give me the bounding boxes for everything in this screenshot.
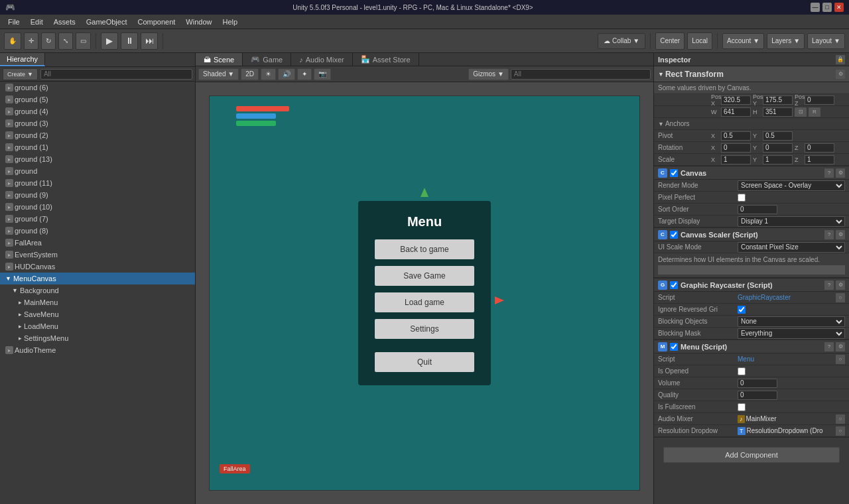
fx-button[interactable]: ✦ [297,68,312,80]
menu-gameobject[interactable]: GameObject [81,17,133,27]
rotation-z-input[interactable] [805,143,834,153]
scale-x-input[interactable] [721,155,751,164]
list-item[interactable]: ▸SaveMenu [0,308,195,320]
ignore-reversed-checkbox[interactable] [738,306,746,314]
center-toggle-button[interactable]: Center [655,32,685,50]
list-item[interactable]: ▼Background [0,284,195,296]
menu-script-target-button[interactable]: ○ [836,355,845,364]
collab-button[interactable]: ☁ Collab ▼ [598,33,645,49]
scene-view[interactable]: Menu Back to game Save Game Load game Se… [196,82,653,504]
anchors-toggle[interactable]: ▼ Anchors [658,120,711,127]
scene-cam-button[interactable]: 📷 [314,68,331,80]
step-button[interactable]: ⏭ [141,32,158,50]
menu-script-header[interactable]: M Menu (Script) ? ⚙ [654,340,849,353]
pos-y-input[interactable] [763,95,793,105]
canvas-scaler-menu-button[interactable]: ⚙ [836,230,845,239]
canvas-help-button[interactable]: ? [824,168,834,178]
rotation-y-input[interactable] [763,143,793,153]
script-target-button[interactable]: ○ [836,293,845,302]
save-game-button[interactable]: Save Game [375,266,474,286]
resolution-dropdown-target-button[interactable]: ○ [836,426,845,436]
blocking-mask-select[interactable]: Everything [738,328,845,339]
width-input[interactable] [721,107,751,117]
list-item[interactable]: ▸ground (8) [0,225,195,237]
scale-z-input[interactable] [805,155,834,164]
menu-help[interactable]: Help [217,17,243,27]
ui-scale-mode-select[interactable]: Constant Pixel Size [738,242,845,253]
scene-search-input[interactable] [511,69,651,80]
list-item[interactable]: ▸ground (13) [0,153,195,165]
maximize-button[interactable]: □ [822,3,832,12]
back-to-game-button[interactable]: Back to game [375,239,474,259]
scale-tool-button[interactable]: ⤡ [58,32,73,50]
canvas-menu-button[interactable]: ⚙ [836,168,845,178]
layout-button[interactable]: Layout ▼ [807,33,845,49]
rotate-tool-button[interactable]: ↻ [41,32,56,50]
list-item[interactable]: ▸MainMenu [0,296,195,308]
rotation-x-input[interactable] [721,143,751,153]
menu-script-menu-button[interactable]: ⚙ [836,342,845,351]
graphic-raycaster-help-button[interactable]: ? [824,281,834,290]
pivot-y-input[interactable] [763,131,793,141]
pos-x-input[interactable] [721,95,751,105]
list-item[interactable]: ▸ground (2) [0,129,195,141]
graphic-raycaster-enabled-checkbox[interactable] [670,281,678,289]
hand-tool-button[interactable]: ✋ [4,32,21,50]
lighting-button[interactable]: ☀ [261,68,276,80]
menu-canvas-item[interactable]: ▼MenuCanvas [0,273,195,284]
play-button[interactable]: ▶ [101,32,118,50]
quit-button[interactable]: Quit [375,352,474,372]
2d-button[interactable]: 2D [241,68,259,80]
close-button[interactable]: ✕ [834,3,844,12]
sort-order-input[interactable] [738,205,777,214]
pos-z-input[interactable] [805,95,834,105]
list-item[interactable]: ▸HUDCanvas [0,261,195,273]
menu-script-help-button[interactable]: ? [824,342,834,351]
asset-store-tab[interactable]: 🏪 Asset Store [353,53,419,66]
menu-component[interactable]: Component [132,17,180,27]
list-item[interactable]: ▸AudioTheme [0,344,195,356]
is-fullscreen-checkbox[interactable] [738,403,746,411]
menu-script-enabled-checkbox[interactable] [670,343,678,351]
list-item[interactable]: ▸ground (10) [0,201,195,213]
list-item[interactable]: ▸ground (4) [0,105,195,117]
blocking-objects-select[interactable]: None [738,316,845,327]
canvas-scaler-header[interactable]: C Canvas Scaler (Script) ? ⚙ [654,228,849,241]
pixel-perfect-checkbox[interactable] [738,194,746,202]
quality-input[interactable] [738,391,777,400]
account-button[interactable]: Account ▼ [722,33,764,49]
scale-y-input[interactable] [763,155,793,164]
is-opened-checkbox[interactable] [738,367,746,375]
gizmos-button[interactable]: Gizmos ▼ [468,68,509,80]
layers-button[interactable]: Layers ▼ [767,33,805,49]
canvas-scaler-enabled-checkbox[interactable] [670,231,678,239]
add-component-button[interactable]: Add Component [663,447,840,463]
list-item[interactable]: ▸ground (7) [0,213,195,225]
volume-input[interactable] [738,379,777,388]
canvas-section-header[interactable]: C Canvas ? ⚙ [654,166,849,180]
rect-tool-button[interactable]: ▭ [76,32,91,50]
list-item[interactable]: ▸ground (6) [0,82,195,94]
local-toggle-button[interactable]: Local [687,32,712,50]
hierarchy-search-input[interactable] [40,69,192,80]
target-display-select[interactable]: Display 1 [738,216,845,227]
hierarchy-tab[interactable]: Hierarchy [0,53,45,66]
pivot-x-input[interactable] [721,131,751,141]
load-game-button[interactable]: Load game [375,292,474,312]
list-item[interactable]: ▸EventSystem [0,249,195,261]
audio-button[interactable]: 🔊 [278,68,295,80]
menu-edit[interactable]: Edit [25,17,48,27]
move-tool-button[interactable]: ✛ [24,32,38,50]
graphic-raycaster-menu-button[interactable]: ⚙ [836,281,845,290]
audio-mixer-tab[interactable]: ♪ Audio Mixer [291,53,353,66]
list-item[interactable]: ▸LoadMenu [0,320,195,332]
audio-mixer-target-button[interactable]: ○ [836,414,845,424]
game-tab[interactable]: 🎮 Game [243,53,291,66]
list-item[interactable]: ▸ground (3) [0,117,195,129]
settings-button[interactable]: Settings [375,319,474,339]
rect-r-button[interactable]: R [809,107,820,117]
rect-transform-menu-button[interactable]: ⚙ [836,70,845,79]
canvas-scaler-help-button[interactable]: ? [824,230,834,239]
menu-window[interactable]: Window [180,17,217,27]
shaded-button[interactable]: Shaded ▼ [198,68,239,80]
